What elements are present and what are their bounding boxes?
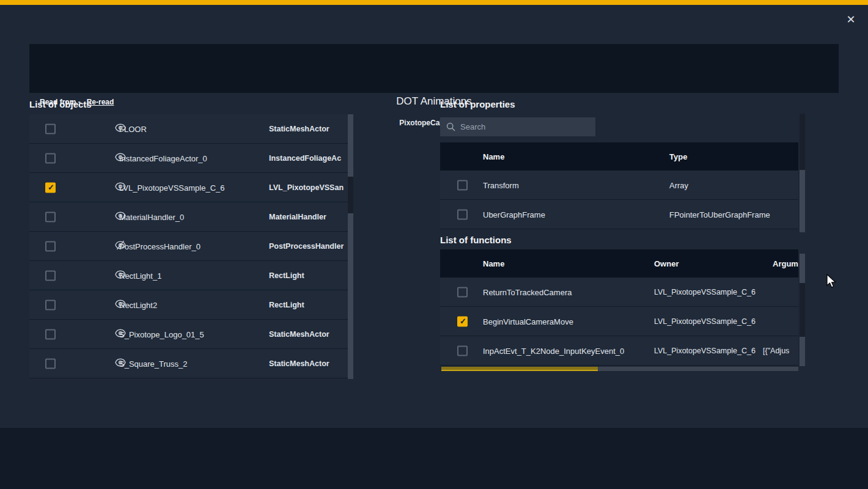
property-name: UberGraphFrame <box>483 210 545 219</box>
properties-heading: List of properties <box>440 99 515 109</box>
object-row[interactable]: S_Square_Truss_2 StaticMeshActor <box>29 349 348 378</box>
object-row[interactable]: FLOOR StaticMeshActor <box>29 114 348 144</box>
object-type: InstancedFoliageAc <box>269 154 341 163</box>
row-checkbox[interactable] <box>45 241 56 251</box>
search-icon <box>446 122 455 131</box>
object-row[interactable]: MaterialHandler_0 MaterialHandler <box>29 202 348 232</box>
object-name: MaterialHandler_0 <box>119 212 184 221</box>
object-name: RectLight2 <box>119 300 157 309</box>
function-row[interactable]: InpActEvt_T_K2Node_InputKeyEvent_0 LVL_P… <box>440 336 798 366</box>
properties-scrollbar[interactable] <box>800 114 805 232</box>
functions-horizontal-scrollbar-thumb[interactable] <box>441 367 598 371</box>
row-checkbox[interactable] <box>45 182 56 193</box>
properties-rows: Transform Array UberGraphFrame FPointerT… <box>440 171 798 229</box>
object-name: LVL_PixotopeVSSample_C_6 <box>119 183 225 192</box>
close-icon[interactable]: ✕ <box>844 12 858 27</box>
function-owner: LVL_PixotopeVSSample_C_6 <box>654 347 756 355</box>
objects-table: FLOOR StaticMeshActor InstancedFoliageAc… <box>29 114 353 379</box>
objects-scrollbar[interactable] <box>348 114 353 379</box>
object-name: S_Pixotope_Logo_01_5 <box>119 329 204 339</box>
row-checkbox[interactable] <box>45 300 56 310</box>
property-row[interactable]: UberGraphFrame FPointerToUberGraphFrame <box>440 200 798 229</box>
row-checkbox[interactable] <box>45 358 56 369</box>
properties-search[interactable] <box>440 117 595 136</box>
properties-scrollbar-thumb[interactable] <box>800 114 805 170</box>
function-arguments: [{"Adjus <box>763 347 789 355</box>
dialog-title: DOT Animations <box>29 95 839 108</box>
objects-scrollbar-thumb[interactable] <box>348 177 353 213</box>
object-type: RectLight <box>269 301 304 309</box>
dialog-footer: Cancel Select <box>0 428 868 489</box>
object-name: PostProcessHandler_0 <box>119 241 200 251</box>
functions-horizontal-scrollbar[interactable] <box>441 367 798 371</box>
function-name: ReturnToTrackedCamera <box>483 287 572 296</box>
functions-heading: List of functions <box>440 235 512 245</box>
objects-rows: FLOOR StaticMeshActor InstancedFoliageAc… <box>29 114 348 378</box>
function-name: InpActEvt_T_K2Node_InputKeyEvent_0 <box>483 346 624 355</box>
functions-rows: ReturnToTrackedCamera LVL_PixotopeVSSamp… <box>440 278 798 366</box>
row-checkbox[interactable] <box>457 345 468 356</box>
col-arguments: Arguments <box>773 259 798 268</box>
object-row[interactable]: PostProcessHandler_0 PostProcessHandler <box>29 232 348 261</box>
functions-table-header: Name Owner Arguments <box>440 249 798 278</box>
col-name: Name <box>483 259 504 268</box>
row-checkbox[interactable] <box>457 287 468 297</box>
object-type: LVL_PixotopeVSSan <box>269 183 344 192</box>
objects-heading: List of objects <box>29 99 92 109</box>
property-name: Transform <box>483 180 519 189</box>
object-type: PostProcessHandler <box>269 242 344 251</box>
object-type: StaticMeshActor <box>269 330 329 339</box>
row-checkbox[interactable] <box>457 316 468 326</box>
function-owner: LVL_PixotopeVSSample_C_6 <box>654 317 756 326</box>
row-checkbox[interactable] <box>45 211 56 222</box>
object-type: MaterialHandler <box>269 213 326 221</box>
function-name: BeginVirtualCameraMove <box>483 317 573 326</box>
row-checkbox[interactable] <box>457 180 468 190</box>
function-row[interactable]: ReturnToTrackedCamera LVL_PixotopeVSSamp… <box>440 278 798 307</box>
row-checkbox[interactable] <box>457 209 468 219</box>
object-row[interactable]: RectLight2 RectLight <box>29 290 348 320</box>
properties-table-header: Name Type <box>440 142 798 171</box>
object-row[interactable]: S_Pixotope_Logo_01_5 StaticMeshActor <box>29 320 348 349</box>
function-row[interactable]: BeginVirtualCameraMove LVL_PixotopeVSSam… <box>440 307 798 336</box>
functions-scrollbar[interactable] <box>800 254 805 366</box>
row-checkbox[interactable] <box>45 123 56 134</box>
function-owner: LVL_PixotopeVSSample_C_6 <box>654 288 756 296</box>
property-type: Array <box>669 180 688 189</box>
mouse-cursor <box>826 274 837 291</box>
object-type: StaticMeshActor <box>269 359 329 368</box>
col-owner: Owner <box>654 259 679 268</box>
object-name: InstancedFoliageActor_0 <box>119 153 207 163</box>
object-type: RectLight <box>269 271 304 280</box>
property-row[interactable]: Transform Array <box>440 171 798 200</box>
row-checkbox[interactable] <box>45 270 56 281</box>
object-row[interactable]: LVL_PixotopeVSSample_C_6 LVL_PixotopeVSS… <box>29 173 348 202</box>
functions-table: Name Owner Arguments ReturnToTrackedCame… <box>440 249 798 366</box>
object-type: StaticMeshActor <box>269 125 329 133</box>
row-checkbox[interactable] <box>45 329 56 339</box>
object-name: S_Square_Truss_2 <box>119 359 188 368</box>
col-name: Name <box>483 152 504 161</box>
property-type: FPointerToUberGraphFrame <box>669 210 770 219</box>
col-type: Type <box>669 152 687 161</box>
object-name: FLOOR <box>119 124 147 133</box>
functions-scrollbar-thumb[interactable] <box>800 283 805 337</box>
row-checkbox[interactable] <box>45 153 56 163</box>
top-accent-bar <box>0 0 868 5</box>
object-name: RectLight_1 <box>119 271 161 280</box>
search-input[interactable] <box>460 122 583 131</box>
dialog-header: Read from -Re-read TJCGWS010▼ DOT Animat… <box>29 44 839 93</box>
object-row[interactable]: InstancedFoliageActor_0 InstancedFoliage… <box>29 144 348 173</box>
object-row[interactable]: RectLight_1 RectLight <box>29 261 348 290</box>
properties-table: Name Type Transform Array UberGraphFrame… <box>440 142 798 229</box>
